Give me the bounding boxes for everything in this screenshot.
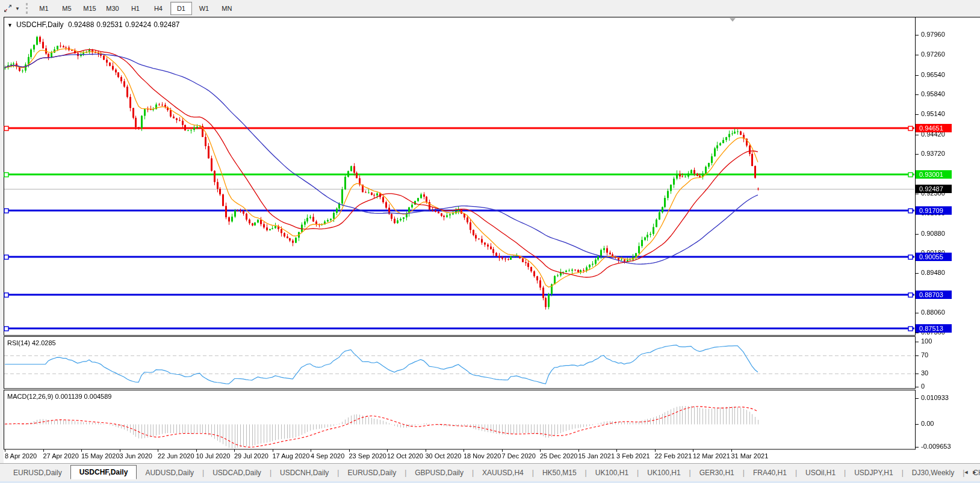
tab-scroll-right-icon[interactable]: ► (970, 467, 979, 477)
symbol-tab-fra40-h1[interactable]: FRA40,H1 (745, 467, 795, 479)
price-tick-label: 0.89480 (921, 269, 945, 276)
date-tick-label: 15 Jan 2021 (578, 452, 615, 460)
price-line-badge: 0.94651 (916, 124, 952, 132)
chart-collapse-icon[interactable]: ▼ (7, 22, 13, 28)
symbol-tab-uk100-h1[interactable]: UK100,H1 (587, 467, 637, 479)
timeframe-button-m15[interactable]: M15 (79, 2, 101, 15)
chart-area: ▼USDCHF,Daily 0.924880.925310.924240.924… (0, 17, 980, 463)
toolbar-dropdown-icon[interactable]: ▼ (15, 6, 20, 11)
date-tick-label: 25 Dec 2020 (540, 452, 577, 460)
date-tick-label: 31 Mar 2021 (731, 452, 769, 460)
symbol-tab-audusd-daily[interactable]: AUDUSD,Daily (137, 467, 202, 479)
date-tick-label: 27 Apr 2020 (43, 452, 79, 460)
date-tick-label: 10 Jul 2020 (196, 452, 231, 460)
price-tick-label: 0.97960 (921, 31, 945, 38)
timeframe-button-m1[interactable]: M1 (33, 2, 55, 15)
macd-tick-label: 0.00 (921, 420, 934, 427)
timeframe-button-mn[interactable]: MN (216, 2, 238, 15)
timeframe-button-m30[interactable]: M30 (102, 2, 123, 15)
price-line-badge: 0.90055 (916, 253, 952, 261)
timeframe-button-m5[interactable]: M5 (56, 2, 78, 15)
price-tick-label: 0.96540 (921, 71, 945, 78)
price-line-badge: 0.91709 (916, 206, 952, 215)
symbol-tab-dj30-weekly[interactable]: DJ30,Weekly (904, 467, 963, 479)
symbol-tab-usdcnh-daily[interactable]: USDCNH,Daily (271, 467, 337, 479)
date-tick-label: 4 Sep 2020 (311, 452, 344, 460)
symbol-tab-eurusd-daily[interactable]: EURUSD,Daily (5, 467, 70, 479)
symbol-tab-usdcad-daily[interactable]: USDCAD,Daily (204, 467, 270, 479)
symbol-tab-usoil-h1[interactable]: USOil,H1 (797, 467, 844, 479)
date-tick-label: 30 Oct 2020 (426, 452, 462, 460)
symbol-tab-ger30-h1[interactable]: GER30,H1 (691, 467, 743, 479)
symbol-tab-xauusd-h4[interactable]: XAUUSD,H4 (474, 467, 532, 479)
chart-tools-group[interactable]: ▼ (2, 3, 20, 14)
symbol-tab-gbpusd-daily[interactable]: GBPUSD,Daily (406, 467, 472, 479)
date-tick-label: 29 Jul 2020 (234, 452, 268, 460)
price-tick-label: 0.88060 (921, 309, 945, 316)
chart-title: ▼USDCHF,Daily 0.924880.925310.924240.924… (7, 20, 182, 29)
price-tick-label: 0.95840 (921, 90, 945, 97)
timeframe-toolbar: ▼ M1M5M15M30H1H4D1W1MN (0, 0, 980, 17)
rsi-tick-label: 30 (921, 369, 928, 377)
rsi-tick-label: 70 (921, 351, 928, 358)
ohlc-close: 0.92487 (154, 20, 179, 29)
symbol-tab-eurusd-daily[interactable]: EURUSD,Daily (339, 467, 405, 479)
date-tick-label: 12 Mar 2021 (693, 452, 730, 460)
date-tick-label: 17 Aug 2020 (273, 452, 310, 460)
timeframe-button-h4[interactable]: H4 (147, 2, 169, 15)
chart-symbol-label: USDCHF,Daily (16, 20, 64, 29)
ohlc-low: 0.92424 (125, 20, 151, 29)
timeframe-buttons: M1M5M15M30H1H4D1W1MN (33, 2, 238, 15)
date-tick-label: 22 Jun 2020 (158, 452, 194, 460)
symbol-tab-hk50-m15[interactable]: HK50,M15 (534, 467, 585, 479)
date-tick-label: 8 Apr 2020 (5, 452, 37, 460)
symbol-tab-bar: EURUSD,DailyUSDCHF,DailyAUDUSD,Daily|USD… (0, 463, 980, 482)
date-tick-label: 18 Nov 2020 (464, 452, 501, 460)
symbol-tab-usdchf-daily[interactable]: USDCHF,Daily (70, 465, 137, 479)
toolbar-grip[interactable] (26, 3, 28, 14)
rsi-label: RSI(14) 42.0285 (7, 339, 56, 346)
date-tick-label: 23 Sep 2020 (349, 452, 386, 460)
timeframe-button-d1[interactable]: D1 (170, 2, 192, 15)
price-chart-canvas[interactable] (0, 17, 980, 463)
price-tick-label: 0.97260 (921, 51, 945, 58)
price-tick-label: 0.93720 (921, 150, 945, 157)
timeframe-button-h1[interactable]: H1 (125, 2, 146, 15)
macd-label: MACD(12,26,9) 0.001139 0.004589 (7, 393, 111, 400)
timeframe-button-w1[interactable]: W1 (193, 2, 215, 15)
date-tick-label: 3 Feb 2021 (616, 452, 650, 460)
date-tick-label: 3 Jun 2020 (120, 452, 152, 460)
date-tick-label: 7 Dec 2020 (502, 452, 536, 460)
price-tick-label: 0.95140 (921, 110, 945, 117)
mt4-window: ▼ M1M5M15M30H1H4D1W1MN ▼USDCHF,Daily 0.9… (0, 0, 980, 483)
tab-scroll-left-icon[interactable]: ◄ (962, 467, 970, 477)
price-line-badge: 0.87513 (916, 324, 952, 333)
macd-tick-label: -0.009653 (921, 443, 951, 450)
symbol-tab-uk100-h1[interactable]: UK100,H1 (639, 467, 689, 479)
price-line-badge: 0.93001 (916, 170, 952, 179)
rsi-tick-label: 0 (921, 383, 925, 390)
price-line-badge: 0.88703 (916, 291, 952, 299)
symbol-tabs: EURUSD,DailyUSDCHF,DailyAUDUSD,Daily|USD… (5, 466, 980, 479)
price-tick-label: 0.90880 (921, 230, 945, 237)
ohlc-high: 0.92531 (96, 20, 122, 29)
tab-scroll-buttons: ◄ ► (962, 467, 979, 477)
rsi-tick-label: 100 (921, 337, 932, 345)
date-tick-label: 22 Feb 2021 (655, 452, 692, 460)
ohlc-open: 0.92488 (68, 20, 94, 29)
date-tick-label: 12 Oct 2020 (387, 452, 423, 460)
macd-tick-label: 0.010933 (921, 394, 949, 401)
date-tick-label: 15 May 2020 (81, 452, 120, 460)
symbol-tab-usdjpy-h1[interactable]: USDJPY,H1 (846, 467, 901, 479)
current-price-badge: 0.92487 (916, 185, 952, 193)
chart-arrange-arrows-icon[interactable] (2, 3, 13, 14)
